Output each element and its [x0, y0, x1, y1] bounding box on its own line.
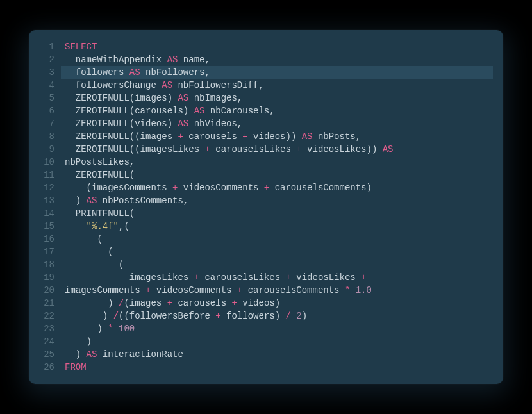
code-line[interactable]: nbPostsLikes,: [61, 156, 493, 169]
code-line[interactable]: ) AS interactionRate: [61, 348, 493, 361]
code-line[interactable]: (imagesComments + videosComments + carou…: [61, 181, 493, 194]
token-kw: AS: [302, 131, 313, 142]
token-op: +: [361, 272, 366, 283]
token-id: carouselsComments): [269, 183, 372, 193]
line-number: 3: [39, 66, 54, 79]
token-id: imagesLikes: [65, 272, 194, 283]
code-line[interactable]: followersChange AS nbFollowersDiff,: [61, 79, 493, 92]
line-number: 5: [39, 92, 54, 104]
token-id: interactionRate: [97, 349, 183, 360]
token-id: followers): [221, 311, 286, 321]
token-id: videos)): [248, 131, 302, 142]
code-editor: 1234567891011121314151617181920212223242…: [29, 30, 503, 384]
line-number: 18: [39, 258, 54, 271]
line-number: 2: [39, 53, 54, 66]
token-op: /: [113, 311, 119, 321]
code-line[interactable]: ZEROIFNULL((images + carousels + videos)…: [61, 130, 493, 143]
token-kw: AS: [129, 67, 140, 78]
code-line[interactable]: ): [61, 335, 493, 348]
token-id: ZEROIFNULL((imagesLikes: [65, 144, 204, 154]
line-number: 22: [39, 310, 54, 322]
token-id: (: [65, 234, 103, 244]
code-area[interactable]: SELECT nameWithAppendix AS name, followe…: [61, 40, 493, 374]
code-line[interactable]: nameWithAppendix AS name,: [61, 53, 493, 66]
token-id: nbImages,: [188, 93, 242, 103]
token-id: nbCarousels,: [204, 106, 274, 116]
code-line[interactable]: ZEROIFNULL(carousels) AS nbCarousels,: [61, 104, 493, 117]
token-id: carousels: [172, 298, 231, 308]
token-kw: AS: [178, 119, 188, 129]
token-id: ZEROIFNULL((images: [65, 131, 178, 142]
token-id: followersChange: [65, 80, 162, 90]
line-number: 8: [39, 130, 54, 143]
token-id: ZEROIFNULL(videos): [65, 119, 178, 129]
token-op: +: [204, 144, 210, 154]
line-number: 26: [39, 361, 54, 374]
token-kw: AS: [87, 349, 97, 360]
token-num: 2: [296, 311, 301, 321]
token-kw: SELECT: [65, 42, 97, 52]
token-op: +: [215, 311, 220, 321]
token-id: (imagesComments: [65, 183, 172, 193]
token-id: nbPosts,: [313, 131, 362, 142]
token-id: ZEROIFNULL(: [65, 170, 135, 180]
token-id: carouselsComments: [242, 285, 345, 295]
token-op: +: [178, 131, 183, 142]
code-line[interactable]: imagesComments + videosComments + carous…: [61, 284, 493, 297]
code-line[interactable]: (: [61, 233, 493, 245]
code-line[interactable]: PRINTFNULL(: [61, 207, 493, 220]
token-id: ): [65, 298, 119, 308]
code-line[interactable]: ) /((followersBefore + followers) / 2): [61, 310, 493, 322]
code-line[interactable]: (: [61, 245, 493, 258]
line-number: 4: [39, 79, 54, 92]
token-id: nbPostsLikes,: [65, 157, 135, 167]
code-line[interactable]: followers AS nbFollowers,: [61, 66, 493, 79]
token-kw: AS: [178, 93, 188, 103]
code-line[interactable]: ) /(images + carousels + videos): [61, 297, 493, 310]
token-op: +: [296, 144, 301, 154]
token-kw: AS: [167, 54, 178, 65]
token-id: (images: [124, 298, 167, 308]
line-number: 21: [39, 297, 54, 310]
line-number: 10: [39, 156, 54, 169]
token-id: carouselsLikes: [199, 272, 285, 283]
code-line[interactable]: ZEROIFNULL(images) AS nbImages,: [61, 92, 493, 104]
token-id: PRINTFNULL(: [65, 208, 135, 219]
code-line[interactable]: ZEROIFNULL((imagesLikes + carouselsLikes…: [61, 143, 493, 156]
token-id: carouselsLikes: [210, 144, 296, 154]
code-line[interactable]: ZEROIFNULL(: [61, 169, 493, 181]
line-number: 15: [39, 220, 54, 233]
token-id: (: [65, 260, 124, 270]
token-op: /: [286, 311, 291, 321]
token-num: 1.0: [356, 285, 372, 295]
token-id: nbVideos,: [188, 119, 242, 129]
token-id: [350, 285, 355, 295]
token-kw: AS: [194, 106, 205, 116]
code-line[interactable]: FROM: [61, 361, 493, 374]
line-number: 20: [39, 284, 54, 297]
code-line[interactable]: SELECT: [61, 40, 493, 53]
code-line[interactable]: (: [61, 258, 493, 271]
line-number: 14: [39, 207, 54, 220]
token-op: +: [194, 272, 199, 283]
token-id: ZEROIFNULL(images): [65, 93, 178, 103]
line-number: 24: [39, 335, 54, 348]
token-id: nameWithAppendix: [65, 54, 167, 65]
token-id: carousels: [183, 131, 242, 142]
code-line[interactable]: ) AS nbPostsComments,: [61, 194, 493, 207]
token-id: ): [65, 336, 92, 347]
code-line[interactable]: ZEROIFNULL(videos) AS nbVideos,: [61, 117, 493, 130]
token-id: ): [65, 324, 108, 334]
token-id: ,(: [119, 221, 129, 231]
code-line[interactable]: "%.4f",(: [61, 220, 493, 233]
token-kw: AS: [87, 195, 97, 206]
token-kw: FROM: [65, 362, 87, 372]
token-id: videos): [237, 298, 280, 308]
code-line[interactable]: imagesLikes + carouselsLikes + videosLik…: [61, 271, 493, 284]
token-op: +: [167, 298, 172, 308]
token-id: [113, 324, 119, 334]
token-id: followers: [65, 67, 129, 78]
code-line[interactable]: ) * 100: [61, 322, 493, 335]
line-number: 17: [39, 245, 54, 258]
token-op: +: [231, 298, 237, 308]
